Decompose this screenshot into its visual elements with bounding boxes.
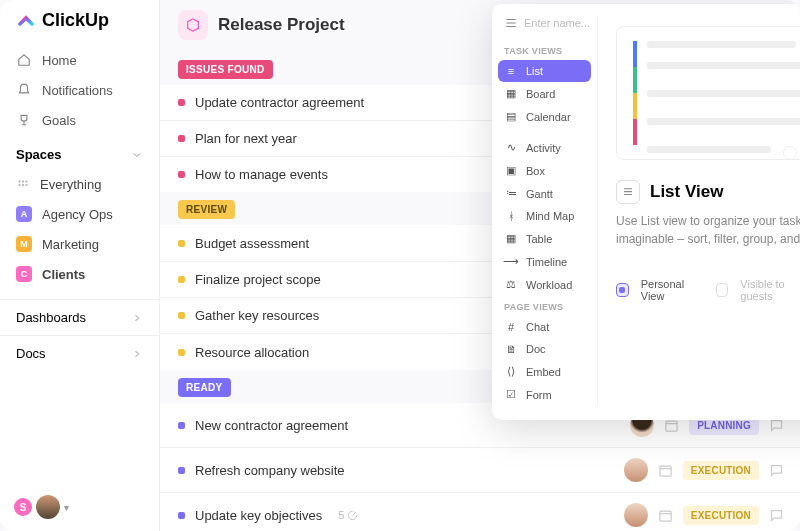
status-dot	[178, 349, 185, 356]
calendar-icon[interactable]	[658, 463, 673, 478]
status-dot	[178, 135, 185, 142]
project-icon	[178, 10, 208, 40]
svg-point-0	[18, 180, 20, 182]
section-page-views: PAGE VIEWS	[492, 296, 597, 316]
project-title: Release Project	[218, 15, 345, 35]
nav-notifications[interactable]: Notifications	[0, 75, 159, 105]
list-icon: ≡	[616, 180, 640, 204]
space-avatar: A	[16, 206, 32, 222]
tag-execution[interactable]: EXECUTION	[683, 506, 759, 525]
mindmap-icon: ᚼ	[504, 210, 518, 222]
view-option-chat[interactable]: #Chat	[492, 316, 597, 338]
logo-icon	[16, 11, 36, 31]
chat-icon: #	[504, 321, 518, 333]
timeline-icon: ⟶	[504, 255, 518, 268]
comment-icon[interactable]	[769, 508, 784, 523]
view-option-embed[interactable]: ⟨⟩Embed	[492, 360, 597, 383]
avatar	[36, 495, 60, 519]
view-option-workload[interactable]: ⚖Workload	[492, 273, 597, 296]
popover-footer: Personal View Visible to guests Add View	[616, 268, 800, 312]
sidebar-dashboards[interactable]: Dashboards	[0, 299, 159, 335]
view-option-doc[interactable]: 🗎Doc	[492, 338, 597, 360]
status-dot	[178, 171, 185, 178]
svg-point-1	[22, 180, 24, 182]
list-view-heading: ≡ List View	[616, 180, 800, 204]
task-row[interactable]: Update key objectives 5 EXECUTION	[160, 492, 800, 531]
chevron-right-icon	[131, 312, 143, 324]
nav-goals[interactable]: Goals	[0, 105, 159, 135]
preview-lines	[647, 41, 800, 145]
group-label-ready[interactable]: READY	[178, 378, 231, 397]
view-option-calendar[interactable]: ▤Calendar	[492, 105, 597, 128]
group-label-review[interactable]: REVIEW	[178, 200, 235, 219]
space-avatar: C	[16, 266, 32, 282]
personal-view-checkbox[interactable]	[616, 283, 629, 297]
chevron-right-icon	[131, 348, 143, 360]
status-dot	[178, 99, 185, 106]
home-icon	[16, 52, 32, 68]
svg-rect-7	[660, 466, 671, 476]
visible-guests-checkbox[interactable]	[716, 283, 729, 297]
view-search[interactable]	[492, 16, 597, 40]
everything-icon	[16, 178, 30, 192]
view-option-table[interactable]: ▦Table	[492, 227, 597, 250]
board-icon: ▦	[504, 87, 518, 100]
view-option-list[interactable]: ≡List	[498, 60, 591, 82]
svg-point-2	[25, 180, 27, 182]
sidebar: ClickUp Home Notifications Goals Spaces …	[0, 0, 160, 531]
popover-left: TASK VIEWS ≡List ▦Board ▤Calendar ∿Activ…	[492, 16, 598, 406]
view-option-board[interactable]: ▦Board	[492, 82, 597, 105]
table-icon: ▦	[504, 232, 518, 245]
group-tasks: New contractor agreement PLANNING Refres…	[160, 403, 800, 531]
list-view-desc: Use List view to organize your tasks in …	[616, 212, 800, 248]
avatar[interactable]	[624, 503, 648, 527]
calendar-icon[interactable]	[658, 508, 673, 523]
sidebar-everything[interactable]: Everything	[0, 170, 159, 199]
nav-home[interactable]: Home	[0, 45, 159, 75]
status-dot	[178, 312, 185, 319]
sidebar-docs[interactable]: Docs	[0, 335, 159, 371]
view-option-timeline[interactable]: ⟶Timeline	[492, 250, 597, 273]
list-icon: ≡	[504, 65, 518, 77]
view-option-activity[interactable]: ∿Activity	[492, 136, 597, 159]
tag-execution[interactable]: EXECUTION	[683, 461, 759, 480]
add-view-popover: TASK VIEWS ≡List ▦Board ▤Calendar ∿Activ…	[492, 4, 800, 420]
subtask-count[interactable]: 5	[338, 509, 358, 521]
space-marketing[interactable]: M Marketing	[0, 229, 159, 259]
spaces-header[interactable]: Spaces	[0, 135, 159, 170]
space-agency-ops[interactable]: A Agency Ops	[0, 199, 159, 229]
space-avatar: M	[16, 236, 32, 252]
task-row[interactable]: Refresh company website EXECUTION	[160, 447, 800, 492]
svg-point-4	[22, 183, 24, 185]
activity-icon: ∿	[504, 141, 518, 154]
list-preview	[616, 26, 800, 160]
form-icon: ☑	[504, 388, 518, 401]
group-label-issues[interactable]: ISSUES FOUND	[178, 60, 273, 79]
svg-point-3	[18, 183, 20, 185]
bell-icon	[16, 82, 32, 98]
chevron-down-icon: ▾	[64, 502, 69, 513]
view-option-box[interactable]: ▣Box	[492, 159, 597, 182]
svg-point-5	[25, 183, 27, 185]
avatar[interactable]	[624, 458, 648, 482]
status-dot	[178, 240, 185, 247]
status-dot	[178, 276, 185, 283]
calendar-icon: ▤	[504, 110, 518, 123]
workload-icon: ⚖	[504, 278, 518, 291]
space-clients[interactable]: C Clients	[0, 259, 159, 289]
preview-color-strip	[633, 41, 637, 145]
comment-icon[interactable]	[769, 463, 784, 478]
chevron-down-icon	[131, 149, 143, 161]
embed-icon: ⟨⟩	[504, 365, 518, 378]
trophy-icon	[16, 112, 32, 128]
logo: ClickUp	[0, 0, 159, 45]
status-dot	[178, 422, 185, 429]
svg-rect-6	[666, 421, 677, 431]
box-icon: ▣	[504, 164, 518, 177]
user-badge: S	[14, 498, 32, 516]
view-option-gantt[interactable]: ≔Gantt	[492, 182, 597, 205]
view-option-mindmap[interactable]: ᚼMind Map	[492, 205, 597, 227]
user-chip[interactable]: S ▾	[14, 495, 159, 519]
view-name-input[interactable]	[524, 17, 594, 29]
view-option-form[interactable]: ☑Form	[492, 383, 597, 406]
